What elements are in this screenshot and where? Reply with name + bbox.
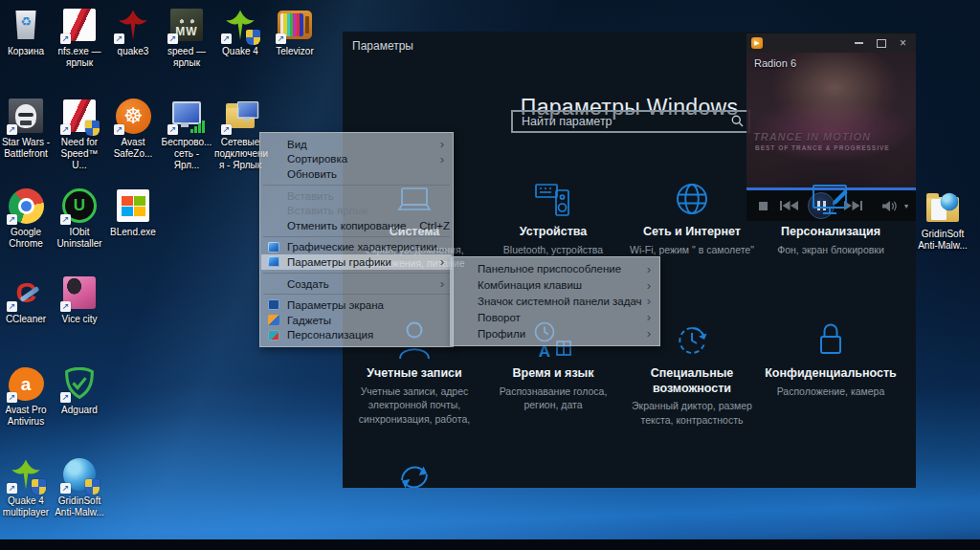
desktop-icon-label: Adguard <box>54 405 105 416</box>
desktop-icon-quake4-mp[interactable]: ↗Quake 4 multiplayer <box>0 455 52 518</box>
menu-item-rotation[interactable]: Поворот› <box>452 309 658 325</box>
menu-item-hotkeys[interactable]: Комбинация клавиш› <box>452 277 658 294</box>
desktop-icon-label: GridinSoft Anti-Malw... <box>54 495 105 518</box>
shortcut-arrow-icon: ↗ <box>167 33 178 44</box>
close-button[interactable]: × <box>900 37 906 49</box>
desktop-icon-label: Quake 4 <box>214 46 266 57</box>
submenu-arrow-icon: › <box>440 255 444 268</box>
menu-item-display-settings[interactable]: Параметры экрана <box>261 297 452 313</box>
desktop-icon-network-folder[interactable]: ↗Сетевые подключени я - Ярлык <box>214 97 266 170</box>
menu-item-graphics-options[interactable]: Параметры графики› <box>261 254 452 270</box>
track-title: Radion 6 <box>754 57 796 69</box>
desktop-icon-avast-safezone[interactable]: ☸↗Avast SafeZo... <box>107 97 159 160</box>
desktop-icon-speed-mw[interactable]: MW↗speed — ярлык <box>161 6 212 69</box>
submenu-arrow-icon: › <box>647 327 651 340</box>
settings-search-input[interactable] <box>511 110 750 133</box>
quake4-icon: ↗ <box>221 6 259 44</box>
submenu-arrow-icon: › <box>647 263 651 275</box>
desktop-icon-gridinsoft-folder[interactable]: GridinSoft Anti-Malw... <box>917 188 969 252</box>
graphics-submenu: Панельное приспособление›Комбинация клав… <box>450 256 660 346</box>
iobit-icon: U↗ <box>60 187 99 225</box>
desktop-icon-iobit[interactable]: U↗IObit Uninstaller <box>54 187 105 250</box>
avast-safezone-icon: ☸↗ <box>114 97 152 135</box>
menu-item-create[interactable]: Создать› <box>261 276 452 292</box>
album-art <box>746 53 916 187</box>
menu-separator <box>263 236 450 237</box>
personalization-icon <box>810 179 852 219</box>
menu-item-view[interactable]: Вид› <box>261 137 452 152</box>
display-icon <box>268 299 279 310</box>
submenu-arrow-icon: › <box>647 311 651 323</box>
avast-pro-icon: a↗ <box>7 364 45 403</box>
shortcut-arrow-icon: ↗ <box>60 124 71 135</box>
menu-separator <box>263 294 450 295</box>
desktop-icon-nfs[interactable]: ↗nfs.exe — ярлык <box>54 6 105 69</box>
shortcut-arrow-icon: ↗ <box>167 124 178 135</box>
tile-privacy[interactable]: Конфиденциальность Расположение, камера <box>764 317 898 398</box>
tile-personalization[interactable]: Персонализация Фон, экран блокировки <box>764 175 898 256</box>
menu-item-refresh[interactable]: Обновить <box>261 166 452 182</box>
maximize-button[interactable] <box>877 39 886 48</box>
menu-item-tray-icon[interactable]: Значок системной панели задач› <box>452 294 658 310</box>
tile-network[interactable]: Сеть и Интернет Wi-Fi, режим " в самолет… <box>625 175 759 256</box>
menu-item-personalization[interactable]: Персонализация <box>261 328 452 343</box>
taskbar[interactable] <box>0 539 980 550</box>
adguard-icon: ↗ <box>60 364 99 403</box>
menu-item-profiles[interactable]: Профили› <box>452 325 658 341</box>
desktop-icon-blend[interactable]: BLend.exe <box>107 187 159 238</box>
desktop-icon-label: Quake 4 multiplayer <box>0 495 52 518</box>
desktop-icon-bin[interactable]: ♻Корзина <box>0 6 52 57</box>
desktop-icon-label: Беспрово... сеть - Ярл... <box>161 137 212 170</box>
desktop-icon-nfs-u[interactable]: ↗Need for Speed™ U... <box>54 97 105 170</box>
volume-dropdown-icon[interactable]: ▾ <box>904 202 908 210</box>
submenu-arrow-icon: › <box>647 279 651 292</box>
menu-separator <box>263 273 450 274</box>
tile-devices[interactable]: Устройства Bluetooth, устройства <box>486 175 620 256</box>
album-art-subtitle: BEST OF TRANCE & PROGRESSIVE <box>755 144 890 151</box>
shortcut-arrow-icon: ↗ <box>7 483 17 494</box>
desktop-icon-chrome[interactable]: ↗Google Chrome <box>0 187 52 250</box>
menu-item-gadgets[interactable]: Гаджеты <box>261 313 452 328</box>
starwars-icon: ↗ <box>7 97 45 135</box>
menu-separator <box>263 185 450 186</box>
desktop-icon-quake4[interactable]: ↗Quake 4 <box>214 6 266 57</box>
update-icon <box>394 457 434 488</box>
shortcut-arrow-icon: ↗ <box>221 33 232 44</box>
chrome-icon: ↗ <box>7 187 45 225</box>
menu-item-undo-copy[interactable]: Отменить копированиеCtrl+Z <box>261 218 452 233</box>
tile-update-security[interactable] <box>347 453 481 488</box>
desktop-icon-tv[interactable]: ↗Televizor <box>269 6 321 57</box>
desktop-icon-label: Need for Speed™ U... <box>54 137 105 170</box>
shortcut-arrow-icon: ↗ <box>60 33 71 44</box>
desktop-icon-label: Avast Pro Antivirus <box>0 405 52 428</box>
menu-item-sort[interactable]: Сортировка› <box>261 152 452 167</box>
minimize-button[interactable] <box>855 42 863 44</box>
desktop-icon-avast-pro[interactable]: a↗Avast Pro Antivirus <box>0 364 52 428</box>
desktop-icon-quake3[interactable]: ↗quake3 <box>107 6 159 57</box>
desktop-icon-vice-city[interactable]: ↗Vice city <box>54 274 105 325</box>
nfs-u-icon: ↗ <box>60 97 99 135</box>
desktop-icon-ccleaner[interactable]: C↗CCleaner <box>0 274 52 325</box>
desktop[interactable]: ♻Корзина↗nfs.exe — ярлык↗quake3MW↗speed … <box>0 0 980 550</box>
shortcut-arrow-icon: ↗ <box>7 214 17 225</box>
desktop-icon-label: quake3 <box>107 46 159 57</box>
personalization-menu-icon <box>268 330 279 341</box>
desktop-icon-wireless[interactable]: ↗Беспрово... сеть - Ярл... <box>161 97 212 170</box>
settings-search <box>511 110 750 133</box>
desktop-icon-label: speed — ярлык <box>161 46 212 69</box>
speed-mw-icon: MW↗ <box>167 6 206 44</box>
player-app-icon: ▶ <box>751 37 763 49</box>
devices-icon <box>533 181 573 219</box>
desktop-icon-label: Avast SafeZo... <box>107 137 159 160</box>
desktop-icon-starwars[interactable]: ↗Star Wars - Battlefront <box>0 97 52 160</box>
wireless-icon: ↗ <box>167 97 206 135</box>
desktop-icon-adguard[interactable]: ↗Adguard <box>54 364 105 416</box>
submenu-arrow-icon: › <box>440 138 444 150</box>
menu-item-panel-fit[interactable]: Панельное приспособление› <box>452 261 658 277</box>
desktop-icon-label: Vice city <box>54 314 105 325</box>
menu-item-graphics-properties[interactable]: Графические характеристики... <box>261 240 452 255</box>
album-art-title: TRANCE IN MOTION <box>753 131 871 143</box>
desktop-icon-label: Корзина <box>0 46 52 57</box>
desktop-icon-gridinsoft[interactable]: ↗GridinSoft Anti-Malw... <box>54 455 105 518</box>
player-titlebar: ▶ × <box>746 33 916 53</box>
